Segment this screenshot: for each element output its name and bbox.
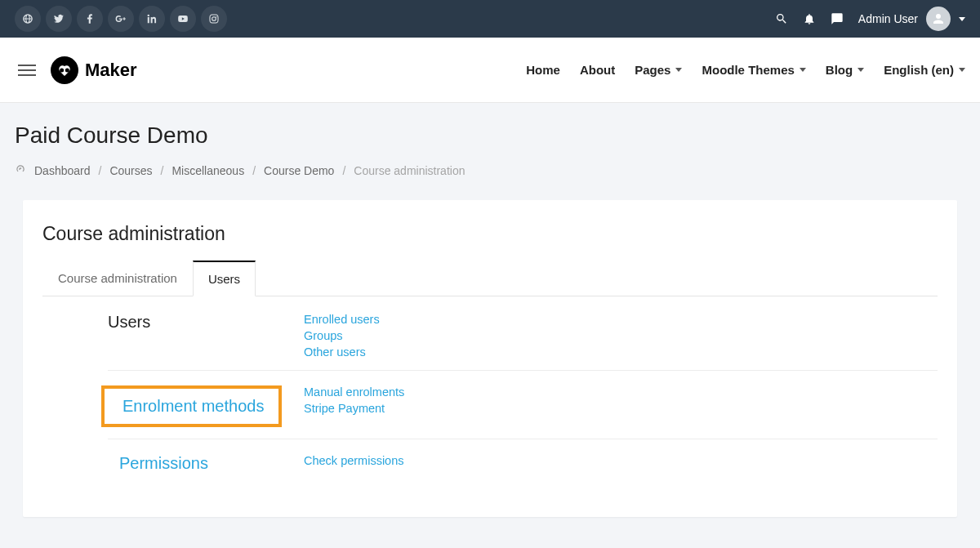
chevron-down-icon (959, 68, 965, 72)
breadcrumb-misc[interactable]: Miscellaneous (172, 164, 244, 177)
breadcrumb-sep: / (99, 164, 102, 177)
section-label-users: Users (108, 313, 304, 332)
dashboard-icon (15, 163, 26, 177)
logo-text: Maker (85, 60, 137, 81)
link-groups[interactable]: Groups (304, 329, 380, 342)
section-enrolment: Enrolment methods Manual enrolments Stri… (108, 370, 938, 439)
link-enrolment-methods[interactable]: Enrolment methods (122, 397, 264, 416)
link-enrolled-users[interactable]: Enrolled users (304, 313, 380, 326)
link-stripe-payment[interactable]: Stripe Payment (304, 402, 404, 415)
section-links-permissions: Check permissions (304, 454, 404, 473)
chevron-down-icon (800, 68, 806, 72)
nav-blog[interactable]: Blog (826, 63, 864, 77)
nav-themes[interactable]: Moodle Themes (702, 63, 805, 77)
globe-icon[interactable] (15, 6, 41, 32)
nav-home[interactable]: Home (526, 63, 560, 77)
googleplus-icon[interactable] (108, 6, 134, 32)
user-name: Admin User (858, 12, 918, 25)
tabs: Course administration Users (42, 260, 938, 296)
search-icon[interactable] (775, 12, 788, 25)
tab-users[interactable]: Users (193, 261, 256, 296)
link-permissions[interactable]: Permissions (108, 454, 304, 473)
nav-left: Maker (15, 56, 137, 84)
breadcrumb-dashboard[interactable]: Dashboard (34, 164, 91, 177)
topbar-right: Admin User (775, 7, 965, 31)
page-title: Paid Course Demo (15, 123, 965, 149)
facebook-icon[interactable] (77, 6, 103, 32)
chevron-down-icon (858, 68, 864, 72)
linkedin-icon[interactable] (139, 6, 165, 32)
link-check-permissions[interactable]: Check permissions (304, 454, 404, 467)
breadcrumb-sep: / (252, 164, 256, 177)
user-menu[interactable]: Admin User (858, 7, 965, 31)
breadcrumb: Dashboard / Courses / Miscellaneous / Co… (15, 163, 965, 177)
link-manual-enrolments[interactable]: Manual enrolments (304, 385, 404, 399)
youtube-icon[interactable] (170, 6, 196, 32)
avatar (926, 7, 951, 31)
chevron-down-icon (959, 17, 965, 21)
section-users: Users Enrolled users Groups Other users (42, 313, 938, 370)
twitter-icon[interactable] (46, 6, 72, 32)
highlight-enrolment: Enrolment methods (101, 385, 282, 427)
nav-lang[interactable]: English (en) (884, 63, 965, 77)
bell-icon[interactable] (803, 12, 816, 25)
logo-icon (51, 56, 78, 84)
main-nav: Maker Home About Pages Moodle Themes Blo… (0, 38, 980, 103)
section-links-enrolment: Manual enrolments Stripe Payment (304, 385, 404, 427)
chevron-down-icon (675, 68, 682, 72)
section-permissions: Permissions Check permissions (108, 439, 938, 484)
section-links-users: Enrolled users Groups Other users (304, 313, 380, 359)
nav-pages[interactable]: Pages (635, 63, 682, 77)
link-other-users[interactable]: Other users (304, 345, 380, 359)
breadcrumb-current: Course administration (354, 164, 465, 177)
nav-right: Home About Pages Moodle Themes Blog Engl… (526, 63, 965, 77)
hamburger-icon[interactable] (15, 58, 39, 82)
instagram-icon[interactable] (201, 6, 227, 32)
logo[interactable]: Maker (51, 56, 137, 84)
top-bar: Admin User (0, 0, 980, 38)
tab-course-admin[interactable]: Course administration (42, 261, 193, 296)
social-icons (15, 6, 227, 32)
admin-card: Course administration Course administrat… (23, 200, 957, 517)
sections: Users Enrolled users Groups Other users … (42, 313, 938, 484)
page-content: Paid Course Demo Dashboard / Courses / M… (0, 103, 980, 537)
breadcrumb-course-demo[interactable]: Course Demo (264, 164, 334, 177)
breadcrumb-courses[interactable]: Courses (109, 164, 152, 177)
breadcrumb-sep: / (161, 164, 164, 177)
breadcrumb-sep: / (342, 164, 345, 177)
card-title: Course administration (42, 223, 938, 245)
chat-icon[interactable] (831, 12, 844, 25)
nav-about[interactable]: About (580, 63, 615, 77)
